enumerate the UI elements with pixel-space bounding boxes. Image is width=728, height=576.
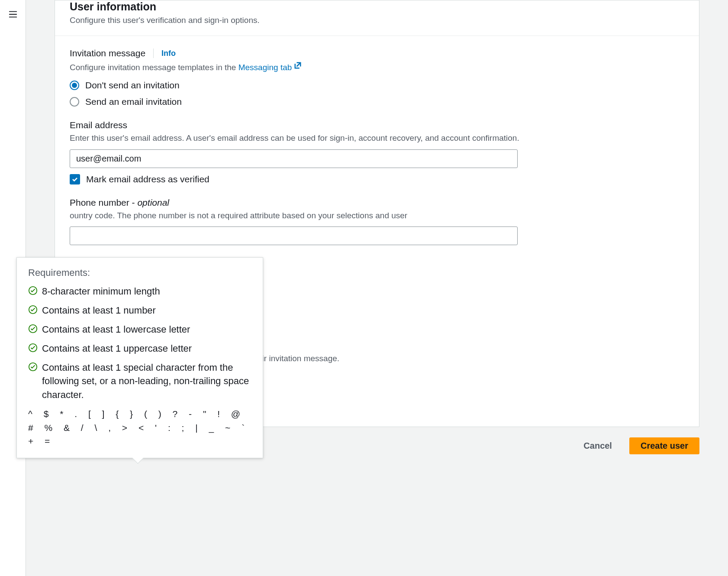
requirement-item: Contains at least 1 uppercase letter <box>28 342 251 356</box>
check-circle-icon <box>28 343 38 355</box>
phone-help: ountry code. The phone number is not a r… <box>70 210 684 222</box>
phone-input[interactable] <box>70 227 518 245</box>
password-requirements-popover: Requirements: 8-character minimum length… <box>16 257 263 458</box>
info-link[interactable]: Info <box>161 49 176 58</box>
requirement-item: 8-character minimum length <box>28 285 251 298</box>
create-user-button[interactable]: Create user <box>629 437 699 454</box>
divider <box>153 49 154 58</box>
requirement-item: Contains at least 1 lowercase letter <box>28 323 251 337</box>
cancel-button[interactable]: Cancel <box>572 437 623 454</box>
requirements-title: Requirements: <box>28 267 251 278</box>
requirement-item: Contains at least 1 special character fr… <box>28 361 251 402</box>
check-circle-icon <box>28 324 38 336</box>
checkbox-checked-icon <box>70 174 80 184</box>
check-circle-icon <box>28 362 38 374</box>
radio-dont-send-invitation[interactable]: Don't send an invitation <box>70 80 684 91</box>
email-input[interactable] <box>70 149 518 168</box>
invitation-section-title: Invitation message <box>70 48 145 58</box>
hamburger-icon <box>8 10 18 19</box>
invitation-help-text: Configure invitation message templates i… <box>70 61 684 72</box>
messaging-tab-link[interactable]: Messaging tab <box>238 63 303 72</box>
radio-icon <box>70 97 79 107</box>
panel-subtitle: Configure this user's verification and s… <box>70 16 684 25</box>
email-label: Email address <box>70 120 684 130</box>
mark-email-verified-checkbox[interactable]: Mark email address as verified <box>70 174 684 184</box>
requirement-item: Contains at least 1 number <box>28 304 251 317</box>
radio-send-email-invitation[interactable]: Send an email invitation <box>70 97 684 107</box>
check-circle-icon <box>28 286 38 298</box>
check-circle-icon <box>28 305 38 317</box>
radio-icon <box>70 81 79 90</box>
panel-title: User information <box>70 0 684 13</box>
external-link-icon <box>293 61 302 72</box>
email-help: Enter this user's email address. A user'… <box>70 132 684 144</box>
special-chars-list: ^ $ * . [ ] { } ( ) ? - " ! @ # % & / \ … <box>28 407 251 448</box>
phone-label: Phone number - optional <box>70 197 684 208</box>
